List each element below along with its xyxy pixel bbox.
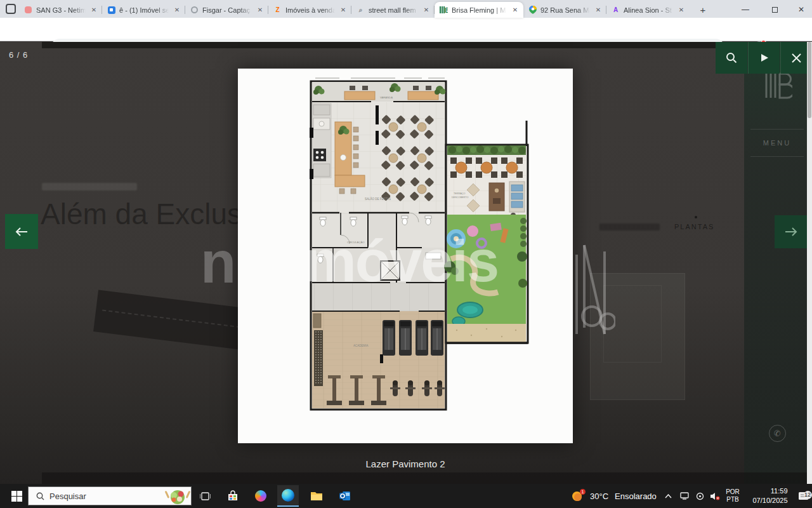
label-varanda: VARANDA xyxy=(380,96,393,99)
gallery-zoom-button[interactable] xyxy=(716,42,747,74)
page-heading: Além da Exclusiv xyxy=(41,197,263,231)
gallery-play-button[interactable] xyxy=(748,42,780,74)
tab-favicon-brisa: B xyxy=(440,6,448,14)
tab-separator xyxy=(351,6,351,14)
taskbar: Pesquisar 1 xyxy=(0,484,812,508)
tab-title: 92 Rua Sena Ma xyxy=(540,6,590,14)
tab-separator xyxy=(185,6,185,14)
tray-chevron-icon[interactable] xyxy=(662,484,674,508)
tab-close-icon[interactable]: ✕ xyxy=(173,6,181,13)
lang-line2: PTB xyxy=(726,496,738,503)
tab-close-icon[interactable]: ✕ xyxy=(256,6,265,13)
browser-tab-4[interactable]: Z Imóveis à venda ✕ xyxy=(268,2,351,18)
magnifier-icon xyxy=(726,52,737,64)
volume-muted-icon[interactable] xyxy=(708,484,722,508)
browser-tab-8[interactable]: A Alinea Sion - St ✕ xyxy=(606,2,690,18)
tab-separator xyxy=(268,6,268,14)
browser-tab-5[interactable]: ⌕ street mall flem ✕ xyxy=(351,2,435,18)
tab-close-icon[interactable]: ✕ xyxy=(677,6,686,13)
tab-favicon-search: ⌕ xyxy=(357,6,365,14)
copilot-taskbar-button[interactable] xyxy=(250,485,272,507)
gallery-counter: 6 / 6 xyxy=(9,50,28,60)
browser-tab-7[interactable]: 92 Rua Sena Ma ✕ xyxy=(523,2,606,18)
page-right-rail xyxy=(744,42,807,484)
label-terraco-2: DESCOBERTO xyxy=(452,196,468,199)
weather-icon[interactable]: 1 xyxy=(570,484,586,508)
file-explorer-button[interactable] xyxy=(306,485,327,507)
tab-close-icon[interactable]: ✕ xyxy=(89,6,98,13)
tab-title: street mall flem xyxy=(369,6,418,14)
browser-tab-bar: SAN G3 - Netim ✕ ê - (1) Imóvel se ✕ Fis… xyxy=(0,0,812,18)
brisa-logo[interactable] xyxy=(764,71,792,103)
tab-favicon-netimoveis xyxy=(24,6,32,14)
page-overlay: Além da Exclusiv PLANTAS MENU ✆ 6 / 6 xyxy=(0,42,812,484)
network-icon[interactable] xyxy=(678,484,691,508)
tab-title: ê - (1) Imóvel se xyxy=(119,6,169,14)
clock[interactable]: 11:5907/10/2025 xyxy=(747,484,793,508)
tab-favicon-fisgar xyxy=(190,6,199,14)
tab-close-icon[interactable]: ✕ xyxy=(511,6,520,13)
browser-tab-active-brisa[interactable]: B Brisa Fleming | M ✕ xyxy=(435,2,523,18)
window-minimize-button[interactable]: — xyxy=(736,4,755,15)
new-tab-button[interactable]: + xyxy=(697,3,709,16)
task-view-button[interactable] xyxy=(194,485,216,507)
page-bottom-strip xyxy=(42,472,808,484)
gallery-next-button[interactable] xyxy=(775,215,808,248)
svg-text:B: B xyxy=(445,6,448,14)
label-terraco-1: TERRAÇO xyxy=(454,192,466,195)
date: 07/10/2025 xyxy=(752,497,787,504)
tab-title: Fisgar - Captaç xyxy=(202,6,252,14)
taskbar-search-input[interactable]: Pesquisar xyxy=(28,486,192,505)
screen: SAN G3 - Netim ✕ ê - (1) Imóvel se ✕ Fis… xyxy=(0,0,812,508)
menu-button[interactable]: MENU xyxy=(750,129,804,157)
search-highlight-image[interactable] xyxy=(164,487,191,505)
arrow-right-icon xyxy=(785,227,797,236)
outlook-icon xyxy=(339,490,351,502)
browser-tab-2[interactable]: ê - (1) Imóvel se ✕ xyxy=(102,2,185,18)
file-explorer-icon xyxy=(310,491,323,501)
page-header-strip xyxy=(42,42,716,48)
arrow-left-icon xyxy=(15,227,28,236)
weather-condition: Ensolarado xyxy=(615,491,657,501)
tab-favicon-maps xyxy=(528,6,537,14)
watermark-tail-outline xyxy=(568,201,615,340)
nav-active-dot xyxy=(695,216,697,218)
tab-actions-menu-icon[interactable] xyxy=(6,4,16,14)
search-icon xyxy=(36,492,44,500)
tab-separator xyxy=(102,6,102,14)
tab-favicon-alinea: A xyxy=(612,6,620,14)
whatsapp-icon[interactable]: ✆ xyxy=(769,425,786,442)
edge-taskbar-button[interactable] xyxy=(277,485,299,507)
tab-close-icon[interactable]: ✕ xyxy=(594,6,603,13)
windows-logo-icon xyxy=(11,491,22,502)
language-indicator[interactable]: PORPTB xyxy=(724,484,741,508)
tab-close-icon[interactable]: ✕ xyxy=(422,6,431,13)
play-icon xyxy=(760,53,769,62)
gallery-prev-button[interactable] xyxy=(5,214,38,249)
browser-toolbar: ← ⟳ https://minasbrisa.com.br/empreendim… xyxy=(0,18,812,41)
tab-title: Imóveis à venda xyxy=(285,6,335,14)
browser-tab-1[interactable]: SAN G3 - Netim ✕ xyxy=(19,2,102,18)
nav-item-plantas[interactable]: PLANTAS xyxy=(674,223,714,231)
outlook-button[interactable] xyxy=(334,485,355,507)
menu-label: MENU xyxy=(763,139,791,147)
search-placeholder: Pesquisar xyxy=(49,491,86,501)
meet-now-icon[interactable] xyxy=(693,484,706,508)
weather-badge: 1 xyxy=(580,489,586,495)
window-restore-button[interactable] xyxy=(765,4,784,15)
lang-line1: POR xyxy=(726,488,740,495)
notification-center-button[interactable]: 12 xyxy=(796,484,811,508)
microsoft-store-button[interactable] xyxy=(222,485,244,507)
scrollbar-thumb[interactable] xyxy=(808,42,811,118)
tab-title: Brisa Fleming | M xyxy=(452,6,507,14)
browser-tab-3[interactable]: Fisgar - Captaç ✕ xyxy=(185,2,268,18)
image-caption: Lazer Pavimento 2 xyxy=(238,458,573,469)
weather-text[interactable]: 30°C Ensolarado xyxy=(590,484,657,508)
watermark-prefix: n xyxy=(200,229,236,296)
start-button[interactable] xyxy=(5,484,28,508)
tab-close-icon[interactable]: ✕ xyxy=(339,6,348,13)
copilot-icon xyxy=(255,490,266,502)
tab-title: SAN G3 - Netim xyxy=(36,6,86,14)
window-close-button[interactable]: ✕ xyxy=(792,4,811,15)
label-academia: ACADEMIA xyxy=(353,344,369,347)
